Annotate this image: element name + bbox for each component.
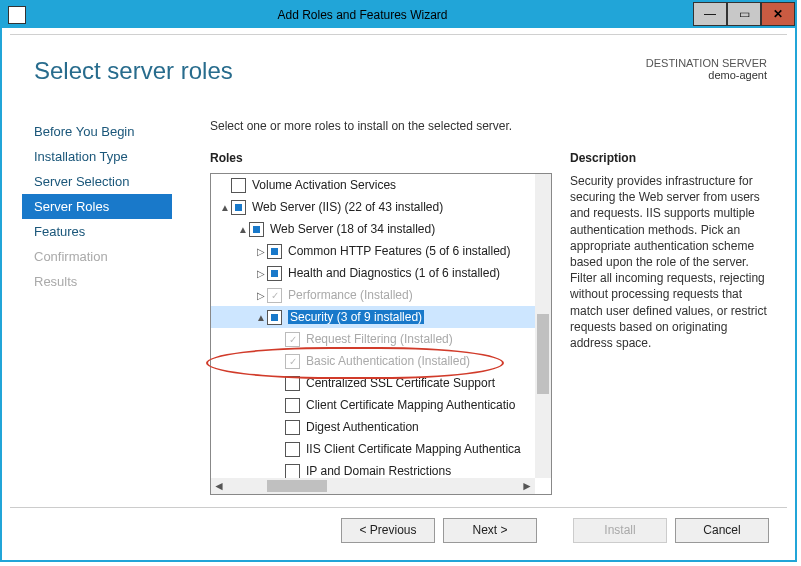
install-button: Install xyxy=(573,518,667,543)
wizard-window: Add Roles and Features Wizard — ▭ ✕ Sele… xyxy=(0,0,797,562)
scrollbar-vertical-thumb[interactable] xyxy=(537,314,549,394)
wizard-content: Select server roles DESTINATION SERVER d… xyxy=(10,34,787,552)
scrollbar-horizontal[interactable]: ◄ ► xyxy=(211,478,535,494)
tree-row[interactable]: ▷Performance (Installed) xyxy=(211,284,535,306)
tree-row[interactable]: Centralized SSL Certificate Support xyxy=(211,372,535,394)
checkbox[interactable] xyxy=(249,222,264,237)
checkbox[interactable] xyxy=(231,178,246,193)
cancel-button[interactable]: Cancel xyxy=(675,518,769,543)
checkbox[interactable] xyxy=(285,464,300,479)
tree-row[interactable]: Basic Authentication (Installed) xyxy=(211,350,535,372)
collapse-icon[interactable]: ▲ xyxy=(219,202,231,213)
destination-label: DESTINATION SERVER xyxy=(646,57,767,69)
next-button[interactable]: Next > xyxy=(443,518,537,543)
tree-row-label: Request Filtering (Installed) xyxy=(306,332,453,346)
tree-row-label: Health and Diagnostics (1 of 6 installed… xyxy=(288,266,500,280)
tree-row[interactable]: Digest Authentication xyxy=(211,416,535,438)
tree-row-label: IP and Domain Restrictions xyxy=(306,464,451,478)
tree-row-label: Common HTTP Features (5 of 6 installed) xyxy=(288,244,511,258)
tree-row-label: IIS Client Certificate Mapping Authentic… xyxy=(306,442,521,456)
scroll-right-icon[interactable]: ► xyxy=(519,478,535,494)
tree-row-label: Web Server (18 of 34 installed) xyxy=(270,222,435,236)
page-heading: Select server roles xyxy=(34,57,233,85)
instructions-text: Select one or more roles to install on t… xyxy=(210,119,512,133)
expand-icon[interactable]: ▷ xyxy=(255,290,267,301)
tree-row[interactable]: IIS Client Certificate Mapping Authentic… xyxy=(211,438,535,460)
nav-step-5: Confirmation xyxy=(22,244,172,269)
tree-row[interactable]: ▲Web Server (18 of 34 installed) xyxy=(211,218,535,240)
tree-row-label: Web Server (IIS) (22 of 43 installed) xyxy=(252,200,443,214)
app-icon xyxy=(8,6,26,24)
destination-name: demo-agent xyxy=(646,69,767,81)
tree-row[interactable]: ▲Web Server (IIS) (22 of 43 installed) xyxy=(211,196,535,218)
checkbox[interactable] xyxy=(267,310,282,325)
nav-steps: Before You BeginInstallation TypeServer … xyxy=(22,119,172,294)
nav-step-3[interactable]: Server Roles xyxy=(22,194,172,219)
window-title: Add Roles and Features Wizard xyxy=(32,8,693,22)
tree-row-label: Client Certificate Mapping Authenticatio xyxy=(306,398,515,412)
tree-row-label: Volume Activation Services xyxy=(252,178,396,192)
tree-row-label: Digest Authentication xyxy=(306,420,419,434)
nav-step-6: Results xyxy=(22,269,172,294)
checkbox[interactable] xyxy=(285,376,300,391)
checkbox[interactable] xyxy=(267,244,282,259)
scroll-left-icon[interactable]: ◄ xyxy=(211,478,227,494)
collapse-icon[interactable]: ▲ xyxy=(237,224,249,235)
nav-step-0[interactable]: Before You Begin xyxy=(22,119,172,144)
checkbox[interactable] xyxy=(231,200,246,215)
checkbox[interactable] xyxy=(285,398,300,413)
scrollbar-vertical[interactable] xyxy=(535,174,551,478)
roles-tree[interactable]: Volume Activation Services▲Web Server (I… xyxy=(211,174,535,478)
tree-row[interactable]: Volume Activation Services xyxy=(211,174,535,196)
description-body: Security provides infrastructure for sec… xyxy=(570,173,770,351)
checkbox[interactable] xyxy=(285,420,300,435)
tree-row[interactable]: ▲Security (3 of 9 installed) xyxy=(211,306,535,328)
tree-row[interactable]: IP and Domain Restrictions xyxy=(211,460,535,478)
previous-button[interactable]: < Previous xyxy=(341,518,435,543)
maximize-button[interactable]: ▭ xyxy=(727,2,761,26)
tree-row[interactable]: Request Filtering (Installed) xyxy=(211,328,535,350)
checkbox xyxy=(285,332,300,347)
nav-step-2[interactable]: Server Selection xyxy=(22,169,172,194)
roles-section-label: Roles xyxy=(210,151,243,165)
roles-tree-container: Volume Activation Services▲Web Server (I… xyxy=(210,173,552,495)
checkbox[interactable] xyxy=(285,442,300,457)
close-button[interactable]: ✕ xyxy=(761,2,795,26)
wizard-body: Before You BeginInstallation TypeServer … xyxy=(10,119,787,502)
wizard-footer: < Previous Next > Install Cancel xyxy=(10,507,787,552)
scrollbar-horizontal-thumb[interactable] xyxy=(267,480,327,492)
tree-row[interactable]: ▷Health and Diagnostics (1 of 6 installe… xyxy=(211,262,535,284)
tree-row[interactable]: Client Certificate Mapping Authenticatio xyxy=(211,394,535,416)
checkbox xyxy=(267,288,282,303)
expand-icon[interactable]: ▷ xyxy=(255,268,267,279)
nav-step-1[interactable]: Installation Type xyxy=(22,144,172,169)
destination-block: DESTINATION SERVER demo-agent xyxy=(646,57,767,81)
checkbox[interactable] xyxy=(267,266,282,281)
minimize-button[interactable]: — xyxy=(693,2,727,26)
tree-row-label: Centralized SSL Certificate Support xyxy=(306,376,495,390)
tree-row[interactable]: ▷Common HTTP Features (5 of 6 installed) xyxy=(211,240,535,262)
checkbox xyxy=(285,354,300,369)
nav-step-4[interactable]: Features xyxy=(22,219,172,244)
description-section-label: Description xyxy=(570,151,636,165)
tree-row-label: Basic Authentication (Installed) xyxy=(306,354,470,368)
expand-icon[interactable]: ▷ xyxy=(255,246,267,257)
tree-row-label: Security (3 of 9 installed) xyxy=(288,310,424,324)
tree-row-label: Performance (Installed) xyxy=(288,288,413,302)
titlebar: Add Roles and Features Wizard — ▭ ✕ xyxy=(2,2,795,28)
collapse-icon[interactable]: ▲ xyxy=(255,312,267,323)
